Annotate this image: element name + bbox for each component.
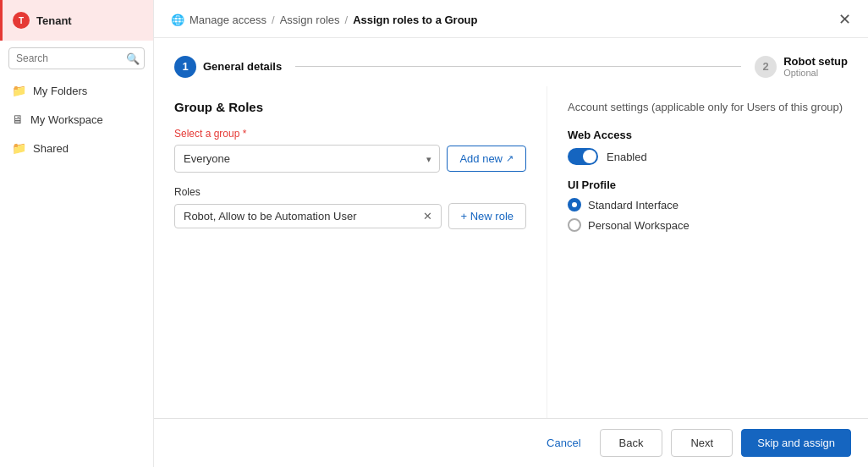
breadcrumb-assign-roles[interactable]: Assign roles (280, 14, 340, 26)
group-field-label: Select a group * (174, 128, 526, 140)
new-role-button[interactable]: + New role (448, 203, 527, 229)
tenant-icon: T (13, 12, 30, 29)
radio-standard[interactable]: Standard Interface (568, 198, 848, 212)
main-content: 🌐 Manage access / Assign roles / Assign … (154, 0, 868, 467)
group-select[interactable]: Everyone (174, 145, 440, 173)
breadcrumb-current: Assign roles to a Group (353, 14, 477, 26)
sidebar-item-label: My Workspace (30, 113, 103, 126)
step-line (295, 66, 741, 67)
step-1-label: General details (203, 60, 282, 73)
close-button[interactable]: ✕ (838, 12, 851, 27)
web-access-group: Web Access Enabled (568, 129, 848, 165)
folder-icon: 📁 (12, 84, 26, 97)
modal-body: Group & Roles Select a group * Everyone … (154, 86, 868, 418)
web-access-toggle[interactable] (568, 148, 598, 165)
group-select-wrapper: Everyone ▾ (174, 145, 440, 173)
sidebar-item-label: Shared (33, 142, 69, 155)
remove-role-button[interactable]: ✕ (423, 210, 432, 223)
cancel-button[interactable]: Cancel (536, 430, 591, 456)
roles-tag-wrap: Robot, Allow to be Automation User ✕ (174, 204, 442, 228)
add-new-button[interactable]: Add new ↗ (447, 146, 526, 172)
left-panel: Group & Roles Select a group * Everyone … (154, 86, 547, 418)
sidebar-item-my-folders[interactable]: 📁 My Folders (0, 76, 153, 105)
modal-footer: Cancel Back Next Skip and assign (154, 418, 868, 467)
radio-standard-label: Standard Interface (588, 199, 678, 212)
back-button[interactable]: Back (600, 429, 663, 457)
sidebar-item-my-workspace[interactable]: 🖥 My Workspace (0, 105, 153, 134)
role-tag-text: Robot, Allow to be Automation User (184, 210, 357, 223)
breadcrumb-manage-access[interactable]: Manage access (190, 14, 266, 26)
globe-icon: 🌐 (171, 14, 184, 26)
sidebar-item-shared[interactable]: 📁 Shared (0, 134, 153, 162)
skip-and-assign-button[interactable]: Skip and assign (741, 429, 851, 457)
external-link-icon: ↗ (506, 153, 514, 164)
section-title: Group & Roles (174, 100, 526, 114)
group-select-row: Everyone ▾ Add new ↗ (174, 145, 526, 173)
web-access-label: Enabled (607, 151, 647, 163)
breadcrumb: 🌐 Manage access / Assign roles / Assign … (171, 14, 477, 26)
stepper: 1 General details 2 Robot setup Optional (154, 38, 868, 86)
step-1: 1 General details (174, 56, 282, 78)
radio-personal-circle (568, 218, 581, 232)
workspace-icon: 🖥 (12, 113, 24, 126)
ui-profile-title: UI Profile (568, 179, 848, 191)
next-button[interactable]: Next (671, 429, 733, 457)
account-settings-title: Account settings (applicable only for Us… (568, 100, 848, 115)
radio-personal-label: Personal Workspace (588, 219, 689, 232)
step-1-circle: 1 (174, 56, 196, 78)
modal-container: 🌐 Manage access / Assign roles / Assign … (154, 0, 868, 467)
shared-folder-icon: 📁 (12, 141, 26, 155)
sidebar: T Tenant 🔍 📁 My Folders 🖥 My Workspace 📁… (0, 0, 154, 467)
roles-row: Robot, Allow to be Automation User ✕ + N… (174, 203, 526, 229)
search-input[interactable] (8, 47, 145, 69)
radio-personal[interactable]: Personal Workspace (568, 218, 848, 232)
search-icon-button[interactable]: 🔍 (126, 52, 140, 65)
step-2-circle: 2 (755, 56, 777, 78)
tenant-item[interactable]: T Tenant (0, 0, 153, 41)
modal-header: 🌐 Manage access / Assign roles / Assign … (154, 0, 868, 38)
step-2-label: Robot setup (783, 55, 848, 68)
roles-label: Roles (174, 186, 526, 198)
ui-profile-group: UI Profile Standard Interface Personal W… (568, 179, 848, 232)
tenant-label: Tenant (36, 14, 72, 27)
sidebar-search-wrap: 🔍 (0, 41, 153, 76)
step-2-sublabel: Optional (783, 68, 848, 78)
right-panel: Account settings (applicable only for Us… (547, 86, 868, 418)
sidebar-item-label: My Folders (33, 85, 87, 97)
toggle-knob (583, 150, 596, 163)
web-access-title: Web Access (568, 129, 848, 141)
web-access-toggle-row: Enabled (568, 148, 848, 165)
radio-standard-circle (568, 198, 581, 212)
step-2: 2 Robot setup Optional (755, 55, 848, 78)
